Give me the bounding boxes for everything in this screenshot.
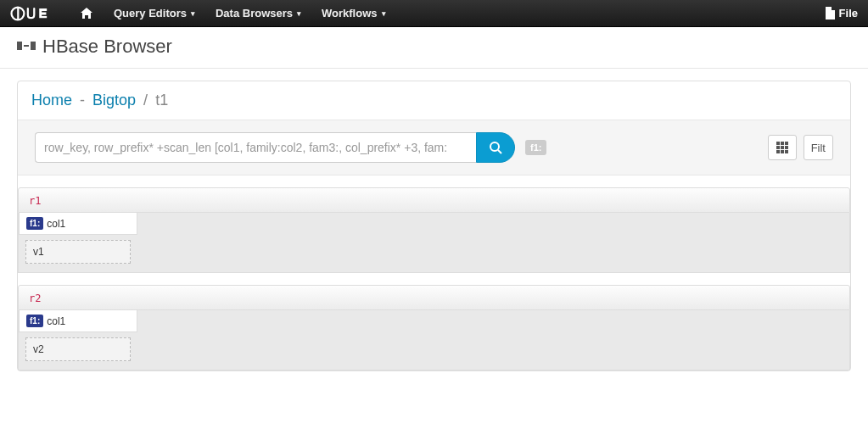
svg-rect-14 xyxy=(781,150,784,153)
filter-button[interactable]: Filt xyxy=(804,135,833,160)
page-title: HBase Browser xyxy=(42,36,172,58)
family-badge: f1: xyxy=(26,315,43,327)
column-name: col1 xyxy=(47,218,65,230)
breadcrumb-table: t1 xyxy=(155,92,168,109)
svg-rect-8 xyxy=(781,142,784,145)
logo[interactable] xyxy=(10,6,64,21)
chevron-down-icon: ▾ xyxy=(382,9,386,18)
nav-file[interactable]: File xyxy=(825,7,858,19)
hbase-icon xyxy=(17,38,36,56)
search-icon xyxy=(489,141,502,154)
row-body: f1:col1v1 xyxy=(18,213,850,273)
svg-line-6 xyxy=(498,150,501,153)
nav-workflows[interactable]: Workflows ▾ xyxy=(322,7,386,19)
svg-rect-13 xyxy=(776,150,780,153)
svg-rect-1 xyxy=(17,7,19,19)
breadcrumb-cluster[interactable]: Bigtop xyxy=(92,92,136,109)
nav-file-label: File xyxy=(839,7,858,19)
nav-label: Query Editors xyxy=(114,7,187,19)
breadcrumb-sep: - xyxy=(80,92,85,109)
nav-label: Workflows xyxy=(322,7,378,19)
svg-rect-2 xyxy=(17,42,22,50)
svg-rect-3 xyxy=(24,45,29,47)
family-badge: f1: xyxy=(26,217,43,230)
chevron-down-icon: ▾ xyxy=(297,9,301,18)
svg-rect-9 xyxy=(785,142,788,145)
cell-header[interactable]: f1:col1 xyxy=(19,213,137,235)
svg-rect-10 xyxy=(776,146,780,149)
search-button[interactable] xyxy=(476,132,515,163)
breadcrumb-sep: / xyxy=(143,92,148,109)
breadcrumb-home[interactable]: Home xyxy=(31,92,72,109)
column-name: col1 xyxy=(47,315,65,327)
nav-label: Data Browsers xyxy=(216,7,293,19)
cell-value[interactable]: v1 xyxy=(25,240,131,264)
nav-query-editors[interactable]: Query Editors ▾ xyxy=(114,7,195,19)
chevron-down-icon: ▾ xyxy=(191,9,195,18)
svg-rect-7 xyxy=(776,142,780,145)
grid-icon xyxy=(776,142,788,153)
row-key: r2 xyxy=(29,292,41,304)
breadcrumb: Home - Bigtop / t1 xyxy=(18,81,850,120)
row-header[interactable]: r1 xyxy=(18,187,850,213)
cell-value[interactable]: v2 xyxy=(25,337,131,361)
svg-rect-12 xyxy=(785,146,788,149)
svg-point-5 xyxy=(490,142,499,151)
search-input[interactable] xyxy=(35,132,476,163)
grid-view-button[interactable] xyxy=(768,135,797,160)
svg-rect-11 xyxy=(781,146,784,149)
file-icon xyxy=(825,7,836,19)
svg-rect-15 xyxy=(785,150,788,153)
row-key: r1 xyxy=(29,195,41,207)
filter-tag[interactable]: f1: xyxy=(525,140,546,155)
cell-header[interactable]: f1:col1 xyxy=(19,310,137,332)
row-header[interactable]: r2 xyxy=(18,285,850,310)
nav-data-browsers[interactable]: Data Browsers ▾ xyxy=(216,7,301,19)
filter-button-label: Filt xyxy=(811,142,826,154)
svg-rect-4 xyxy=(31,42,36,50)
row-body: f1:col1v2 xyxy=(18,310,850,370)
home-icon[interactable] xyxy=(80,7,93,20)
